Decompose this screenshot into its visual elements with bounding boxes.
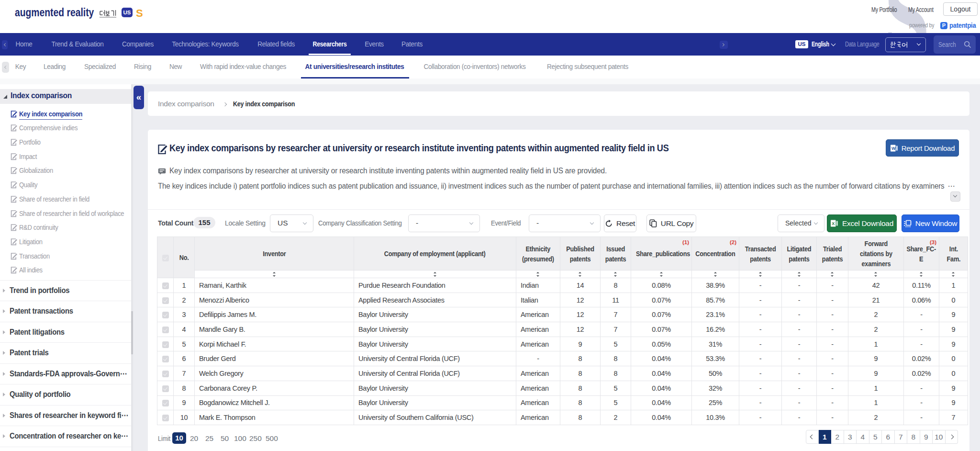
svg-text:W: W <box>891 146 896 151</box>
svg-text:X: X <box>832 221 835 226</box>
